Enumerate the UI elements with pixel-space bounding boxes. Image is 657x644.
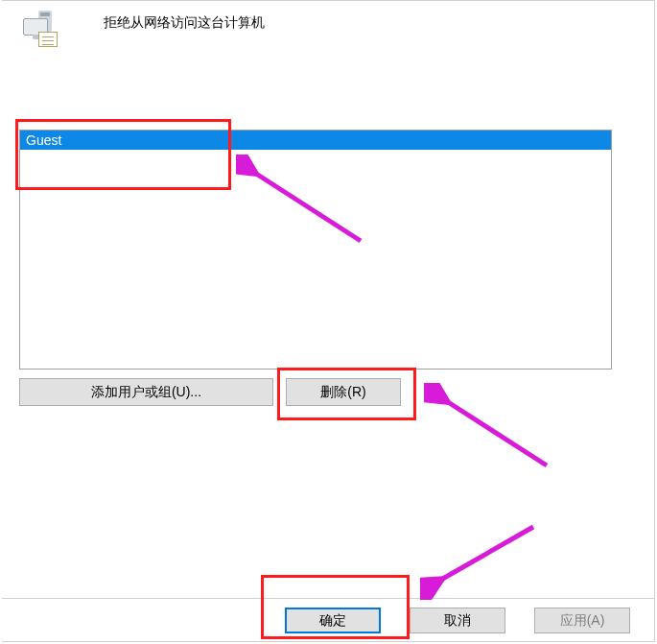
svg-line-1 bbox=[445, 400, 547, 465]
annotation-arrow-icon bbox=[424, 383, 558, 479]
separator bbox=[2, 598, 654, 599]
cancel-button[interactable]: 取消 bbox=[410, 608, 505, 633]
add-user-or-group-button[interactable]: 添加用户或组(U)... bbox=[19, 378, 273, 406]
user-group-listbox[interactable]: Guest bbox=[19, 130, 612, 370]
apply-button[interactable]: 应用(A) bbox=[534, 608, 630, 633]
remove-button[interactable]: 删除(R) bbox=[286, 378, 401, 406]
policy-title: 拒绝从网络访问这台计算机 bbox=[104, 14, 265, 32]
annotation-arrow-icon bbox=[420, 513, 545, 600]
svg-line-2 bbox=[439, 527, 533, 581]
ok-button[interactable]: 确定 bbox=[285, 608, 381, 633]
list-item[interactable]: Guest bbox=[20, 131, 611, 150]
policy-icon bbox=[19, 11, 61, 47]
dialog-header: 拒绝从网络访问这台计算机 bbox=[19, 11, 265, 47]
dialog-body: 拒绝从网络访问这台计算机 Guest 添加用户或组(U)... 删除(R) 确定… bbox=[2, 0, 655, 642]
